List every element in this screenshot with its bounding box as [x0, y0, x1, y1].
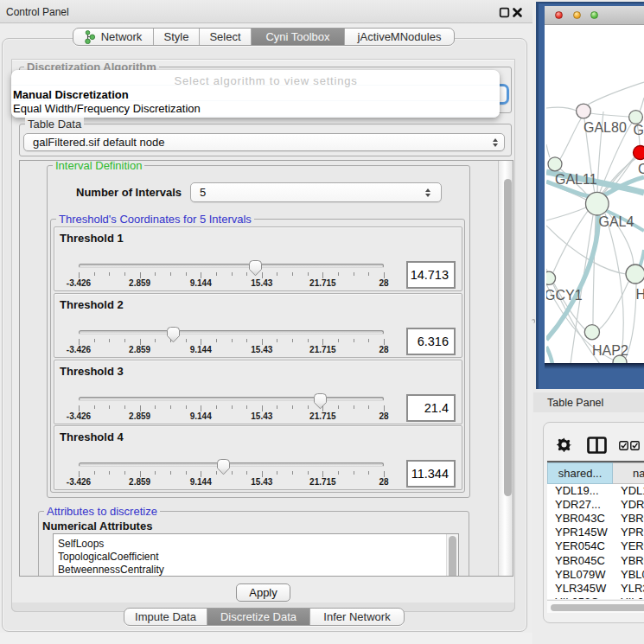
svg-text:HAP2: HAP2 — [592, 343, 628, 358]
svg-text:GAL11: GAL11 — [555, 172, 597, 187]
svg-text:GAL: GAL — [634, 123, 644, 137]
svg-text:GAL4: GAL4 — [599, 214, 634, 229]
svg-text:GCY1: GCY1 — [546, 288, 583, 303]
svg-text:CD: CD — [638, 162, 644, 176]
svg-text:HI: HI — [636, 287, 644, 302]
svg-text:GAL80: GAL80 — [583, 120, 627, 135]
